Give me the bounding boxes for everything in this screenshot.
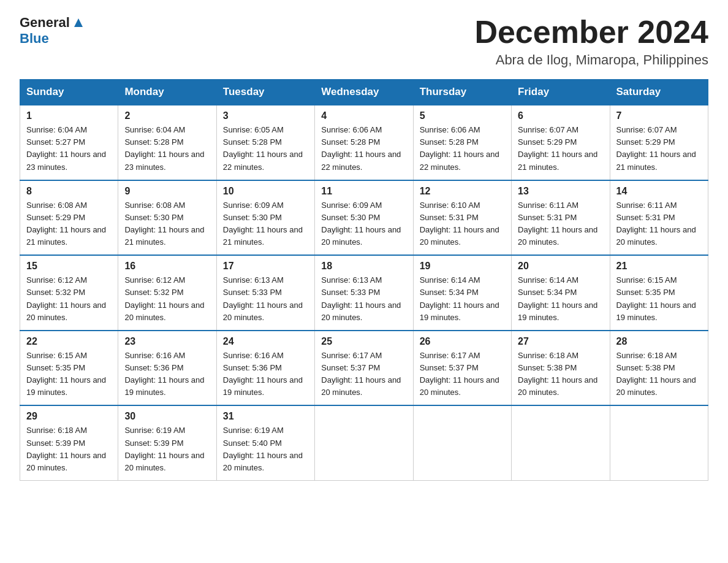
col-wednesday: Wednesday — [315, 80, 413, 105]
day-number: 12 — [420, 186, 505, 197]
col-saturday: Saturday — [610, 80, 708, 105]
day-number: 23 — [124, 336, 210, 347]
sunset-label: Sunset: 5:30 PM — [321, 213, 380, 222]
calendar-cell: 29 Sunrise: 6:18 AM Sunset: 5:39 PM Dayl… — [20, 405, 118, 480]
daylight-label: Daylight: 11 hours and 19 minutes. — [420, 301, 499, 322]
col-monday: Monday — [118, 80, 216, 105]
sunset-label: Sunset: 5:32 PM — [26, 288, 85, 297]
col-tuesday: Tuesday — [216, 80, 314, 105]
day-number: 14 — [616, 186, 702, 197]
calendar-cell: 10 Sunrise: 6:09 AM Sunset: 5:30 PM Dayl… — [216, 180, 314, 256]
calendar-cell — [315, 405, 413, 480]
sunrise-label: Sunrise: 6:09 AM — [321, 201, 382, 210]
day-number: 22 — [26, 336, 112, 347]
sunrise-label: Sunrise: 6:14 AM — [420, 275, 480, 285]
daylight-label: Daylight: 11 hours and 21 minutes. — [124, 225, 204, 247]
day-number: 24 — [223, 336, 308, 347]
day-number: 16 — [124, 261, 210, 272]
col-sunday: Sunday — [20, 80, 118, 105]
daylight-label: Daylight: 11 hours and 22 minutes. — [321, 150, 401, 171]
sunrise-label: Sunrise: 6:05 AM — [223, 125, 284, 134]
day-info: Sunrise: 6:07 AM Sunset: 5:29 PM Dayligh… — [518, 124, 603, 174]
sunrise-label: Sunrise: 6:04 AM — [26, 125, 87, 134]
calendar-cell: 31 Sunrise: 6:19 AM Sunset: 5:40 PM Dayl… — [216, 405, 314, 480]
sunset-label: Sunset: 5:33 PM — [223, 288, 282, 297]
sunrise-label: Sunrise: 6:09 AM — [223, 201, 284, 210]
sunset-label: Sunset: 5:39 PM — [124, 439, 183, 448]
daylight-label: Daylight: 11 hours and 19 minutes. — [124, 375, 204, 397]
calendar-cell: 20 Sunrise: 6:14 AM Sunset: 5:34 PM Dayl… — [512, 255, 610, 331]
sunrise-label: Sunrise: 6:06 AM — [420, 125, 480, 134]
daylight-label: Daylight: 11 hours and 19 minutes. — [26, 375, 106, 397]
calendar-cell: 26 Sunrise: 6:17 AM Sunset: 5:37 PM Dayl… — [413, 331, 511, 406]
daylight-label: Daylight: 11 hours and 21 minutes. — [518, 150, 597, 171]
day-number: 30 — [124, 411, 210, 422]
day-number: 17 — [223, 261, 308, 272]
calendar-cell: 1 Sunrise: 6:04 AM Sunset: 5:27 PM Dayli… — [20, 105, 118, 180]
day-number: 9 — [124, 186, 210, 197]
day-number: 5 — [420, 110, 505, 121]
logo-icon: General Blue — [20, 15, 85, 47]
calendar-cell: 21 Sunrise: 6:15 AM Sunset: 5:35 PM Dayl… — [610, 255, 708, 331]
col-friday: Friday — [512, 80, 610, 105]
day-info: Sunrise: 6:08 AM Sunset: 5:30 PM Dayligh… — [124, 199, 210, 249]
logo-text-blue: Blue — [20, 31, 49, 47]
day-info: Sunrise: 6:16 AM Sunset: 5:36 PM Dayligh… — [124, 350, 210, 399]
day-info: Sunrise: 6:09 AM Sunset: 5:30 PM Dayligh… — [223, 199, 308, 249]
daylight-label: Daylight: 11 hours and 19 minutes. — [616, 301, 696, 322]
sunset-label: Sunset: 5:31 PM — [616, 213, 675, 222]
day-number: 10 — [223, 186, 308, 197]
sunset-label: Sunset: 5:35 PM — [26, 363, 85, 372]
sunrise-label: Sunrise: 6:13 AM — [223, 275, 284, 285]
calendar-cell: 22 Sunrise: 6:15 AM Sunset: 5:35 PM Dayl… — [20, 331, 118, 406]
daylight-label: Daylight: 11 hours and 19 minutes. — [518, 301, 597, 322]
sunrise-label: Sunrise: 6:14 AM — [518, 275, 578, 285]
calendar-header: Sunday Monday Tuesday Wednesday Thursday… — [20, 80, 708, 105]
logo-triangle-icon — [72, 16, 85, 29]
calendar-cell: 23 Sunrise: 6:16 AM Sunset: 5:36 PM Dayl… — [118, 331, 216, 406]
sunrise-label: Sunrise: 6:19 AM — [223, 426, 284, 435]
day-number: 11 — [321, 186, 406, 197]
day-info: Sunrise: 6:11 AM Sunset: 5:31 PM Dayligh… — [616, 199, 702, 249]
day-info: Sunrise: 6:06 AM Sunset: 5:28 PM Dayligh… — [420, 124, 505, 174]
sunrise-label: Sunrise: 6:15 AM — [616, 275, 677, 285]
sunrise-label: Sunrise: 6:18 AM — [518, 351, 578, 360]
day-number: 20 — [518, 261, 603, 272]
daylight-label: Daylight: 11 hours and 20 minutes. — [518, 375, 597, 397]
calendar-cell: 2 Sunrise: 6:04 AM Sunset: 5:28 PM Dayli… — [118, 105, 216, 180]
sunrise-label: Sunrise: 6:19 AM — [124, 426, 185, 435]
day-info: Sunrise: 6:17 AM Sunset: 5:37 PM Dayligh… — [420, 350, 505, 399]
calendar-cell: 6 Sunrise: 6:07 AM Sunset: 5:29 PM Dayli… — [512, 105, 610, 180]
day-info: Sunrise: 6:06 AM Sunset: 5:28 PM Dayligh… — [321, 124, 406, 174]
sunset-label: Sunset: 5:36 PM — [223, 363, 282, 372]
calendar-cell: 7 Sunrise: 6:07 AM Sunset: 5:29 PM Dayli… — [610, 105, 708, 180]
day-info: Sunrise: 6:12 AM Sunset: 5:32 PM Dayligh… — [26, 274, 112, 324]
day-info: Sunrise: 6:08 AM Sunset: 5:29 PM Dayligh… — [26, 199, 112, 249]
calendar-cell: 13 Sunrise: 6:11 AM Sunset: 5:31 PM Dayl… — [512, 180, 610, 256]
title-section: December 2024 Abra de Ilog, Mimaropa, Ph… — [474, 15, 708, 68]
day-number: 2 — [124, 110, 210, 121]
day-info: Sunrise: 6:18 AM Sunset: 5:39 PM Dayligh… — [26, 424, 112, 474]
day-info: Sunrise: 6:19 AM Sunset: 5:40 PM Dayligh… — [223, 424, 308, 474]
day-number: 4 — [321, 110, 406, 121]
daylight-label: Daylight: 11 hours and 22 minutes. — [420, 150, 499, 171]
sunrise-label: Sunrise: 6:16 AM — [223, 351, 284, 360]
sunset-label: Sunset: 5:40 PM — [223, 439, 282, 448]
day-info: Sunrise: 6:13 AM Sunset: 5:33 PM Dayligh… — [321, 274, 406, 324]
calendar-cell: 12 Sunrise: 6:10 AM Sunset: 5:31 PM Dayl… — [413, 180, 511, 256]
sunset-label: Sunset: 5:28 PM — [124, 137, 183, 147]
daylight-label: Daylight: 11 hours and 20 minutes. — [616, 225, 696, 247]
sunset-label: Sunset: 5:29 PM — [26, 213, 85, 222]
sunset-label: Sunset: 5:33 PM — [321, 288, 380, 297]
daylight-label: Daylight: 11 hours and 20 minutes. — [420, 225, 499, 247]
sunset-label: Sunset: 5:31 PM — [420, 213, 479, 222]
daylight-label: Daylight: 11 hours and 19 minutes. — [223, 375, 303, 397]
day-number: 18 — [321, 261, 406, 272]
daylight-label: Daylight: 11 hours and 20 minutes. — [420, 375, 499, 397]
sunrise-label: Sunrise: 6:12 AM — [26, 275, 87, 285]
day-number: 26 — [420, 336, 505, 347]
sunrise-label: Sunrise: 6:07 AM — [518, 125, 578, 134]
day-info: Sunrise: 6:04 AM Sunset: 5:28 PM Dayligh… — [124, 124, 210, 174]
sunset-label: Sunset: 5:29 PM — [518, 137, 577, 147]
calendar-cell: 16 Sunrise: 6:12 AM Sunset: 5:32 PM Dayl… — [118, 255, 216, 331]
